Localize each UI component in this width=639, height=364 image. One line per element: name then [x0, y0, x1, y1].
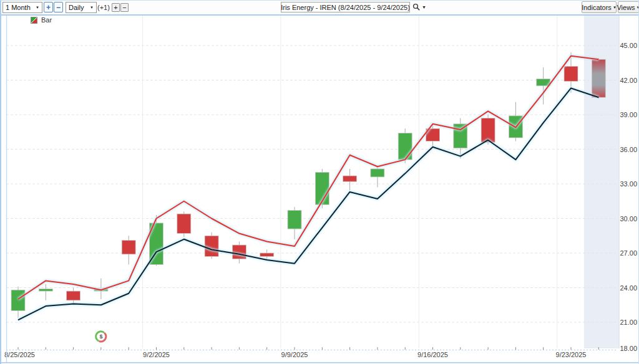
zoom-in-button[interactable]: +	[44, 2, 53, 12]
symbol-search-input[interactable]: Iris Energy - IREN (8/24/2025 - 9/24/202…	[281, 2, 410, 12]
y-axis-label: 45.00	[620, 42, 637, 49]
caret-down-icon: ▼	[613, 6, 617, 9]
add-bar-button[interactable]: +	[112, 3, 120, 12]
legend-label: Bar	[41, 16, 52, 24]
dividend-event-icon[interactable]: $	[95, 332, 106, 342]
indicators-button-label: Indicators	[582, 4, 612, 11]
search-icon[interactable]	[412, 3, 421, 11]
candle-body-9/8/2025	[260, 253, 274, 257]
upper-envelope-line	[18, 56, 598, 299]
x-axis-label: 9/9/2025	[281, 351, 308, 358]
range-select[interactable]: 1 Month ▼	[2, 2, 42, 13]
candle-body-9/24/2025	[592, 59, 605, 97]
y-axis-label: 42.00	[620, 77, 637, 84]
period-select-value: Daily	[69, 4, 84, 11]
y-axis-label: 21.00	[620, 318, 637, 326]
search-caret-icon[interactable]: ▼	[422, 5, 426, 9]
window-bottom-edge	[1, 362, 638, 363]
chart-app-window: 1 Month ▼ + − Daily ▼ (+1) + − Iris Ener…	[0, 0, 639, 364]
svg-text:$: $	[99, 333, 102, 340]
y-axis-label: 33.00	[620, 180, 637, 188]
range-select-value: 1 Month	[6, 4, 31, 11]
y-axis-label: 27.00	[620, 249, 637, 257]
toolbar: 1 Month ▼ + − Daily ▼ (+1) + − Iris Ener…	[1, 1, 638, 16]
candle-body-9/23/2025	[564, 66, 578, 81]
x-axis-label: 9/23/2025	[556, 351, 587, 358]
series-legend[interactable]: Bar	[31, 16, 52, 24]
candle-body-9/12/2025	[371, 169, 384, 177]
candle-body-8/25/2025	[11, 290, 25, 310]
y-axis-label: 18.00	[620, 345, 637, 352]
candle-body-9/9/2025	[288, 211, 301, 229]
candle-body-9/11/2025	[343, 176, 357, 181]
y-axis-label: 39.00	[620, 111, 637, 118]
zoom-out-button[interactable]: −	[54, 2, 63, 12]
indicators-button[interactable]: Indicators▼	[582, 1, 617, 13]
period-select[interactable]: Daily ▼	[66, 2, 97, 13]
candle-body-8/29/2025	[122, 241, 135, 254]
candle-body-9/3/2025	[177, 214, 191, 233]
y-axis-label: 24.00	[620, 284, 637, 292]
x-axis-label: 9/16/2025	[417, 351, 448, 358]
remove-bar-button[interactable]: −	[120, 3, 129, 12]
y-axis-label: 36.00	[620, 146, 637, 153]
bar-offset-label: (+1)	[97, 4, 110, 11]
bar-series-icon	[31, 17, 37, 24]
candle-body-8/26/2025	[39, 289, 52, 291]
x-axis-label: 8/25/2025	[4, 351, 35, 358]
chart-canvas[interactable]: 45.0042.0039.0036.0033.0030.0027.0024.00…	[1, 1, 638, 364]
upper-envelope-line-glow	[18, 56, 598, 299]
candle-body-8/27/2025	[67, 291, 80, 300]
caret-down-icon: ▼	[87, 6, 94, 9]
views-button-label: Views	[617, 4, 635, 11]
x-axis-label: 9/2/2025	[143, 351, 170, 358]
caret-down-icon: ▼	[33, 6, 39, 9]
y-axis-label: 30.00	[620, 215, 637, 223]
views-button[interactable]: Views▼	[618, 1, 639, 13]
caret-down-icon: ▼	[637, 6, 639, 9]
